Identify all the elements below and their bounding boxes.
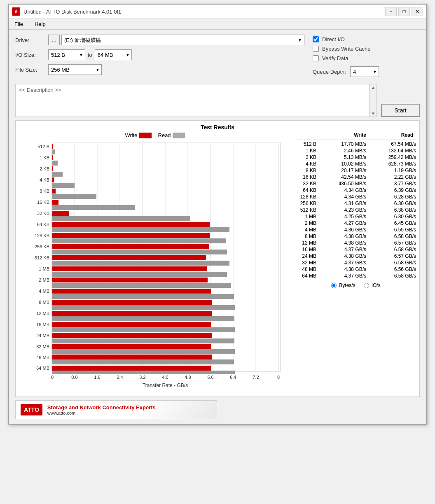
table-row: 48 MB 4.38 GB/s 6.56 GB/s [296,266,416,273]
svg-rect-25 [52,222,210,227]
svg-text:32 KB: 32 KB [37,211,49,216]
direct-io-label[interactable]: Direct I/O [322,36,345,42]
table-row: 64 KB 4.34 GB/s 6.39 GB/s [296,187,416,194]
file-size-select[interactable]: 256 MB [48,64,102,75]
read-legend-color [173,133,185,138]
iops-radio-group: IO/s [364,282,381,288]
col-header-size [299,132,319,138]
row-size: 512 B [296,141,316,147]
minimize-button[interactable]: − [385,7,397,16]
title-bar: A Untitled - ATTO Disk Benchmark 4.01.0f… [9,5,426,19]
svg-text:7.2: 7.2 [253,375,259,380]
row-size: 1 MB [296,214,316,219]
row-read: 6.58 GB/s [375,273,416,279]
svg-rect-35 [52,278,208,282]
start-button[interactable]: Start [381,104,420,117]
row-write: 436.50 MB/s [325,181,366,187]
svg-text:Transfer Rate - GB/s: Transfer Rate - GB/s [143,383,188,388]
form-left: Drive: ... (E:) 新增磁碟區 I/O Size: 512 [15,35,304,79]
svg-rect-49 [52,355,212,359]
main-window: A Untitled - ATTO Disk Benchmark 4.01.0f… [8,4,427,425]
row-size: 64 KB [296,187,316,193]
table-row: 128 KB 4.34 GB/s 6.28 GB/s [296,194,416,200]
io-from-wrapper: 512 B [48,49,85,60]
row-write: 4.34 GB/s [325,187,366,193]
svg-text:32 MB: 32 MB [36,344,49,349]
direct-io-checkbox[interactable] [313,36,319,42]
unit-row: Bytes/s IO/s [296,282,416,288]
svg-rect-26 [52,227,229,232]
row-write: 4.36 GB/s [325,227,366,233]
table-row: 1 KB 2.46 MB/s 132.64 MB/s [296,147,416,154]
svg-rect-32 [52,261,229,266]
row-read: 6.38 GB/s [375,207,416,213]
row-write: 4.38 GB/s [325,240,366,246]
svg-rect-39 [52,300,212,305]
row-size: 512 KB [296,207,316,213]
menu-bar: File Help [9,19,426,30]
row-write: 4.27 GB/s [325,220,366,226]
row-read: 6.58 GB/s [375,260,416,266]
row-size: 16 MB [296,247,316,252]
svg-text:4.0: 4.0 [162,375,168,380]
direct-io-row: Direct I/O [313,36,420,42]
iops-label[interactable]: IO/s [372,282,381,288]
chart-legend: Write Read [19,132,291,138]
read-legend-label: Read [158,132,171,138]
bytes-radio[interactable] [331,283,337,288]
row-read: 132.64 MB/s [375,148,416,154]
write-legend-label: Write [125,132,137,138]
svg-text:6.4: 6.4 [230,375,236,380]
bytes-label[interactable]: Bytes/s [339,282,355,288]
maximize-button[interactable]: □ [398,7,410,16]
scroll-up-arrow[interactable]: ▲ [371,85,375,90]
verify-data-label[interactable]: Verify Data [322,55,348,61]
svg-text:8 KB: 8 KB [40,189,49,194]
svg-rect-42 [52,316,234,321]
row-size: 32 MB [296,260,316,266]
row-read: 259.42 MB/s [375,154,416,160]
row-size: 32 KB [296,181,316,187]
table-row: 8 MB 4.38 GB/s 6.58 GB/s [296,233,416,240]
drive-select[interactable]: (E:) 新增磁碟區 [61,35,304,45]
row-size: 12 MB [296,240,316,246]
io-size-to-select[interactable]: 64 MB [95,49,132,60]
close-button[interactable]: ✕ [412,7,423,16]
queue-depth-select[interactable]: 4 [350,66,379,77]
svg-text:512 KB: 512 KB [35,255,49,260]
row-size: 24 MB [296,253,316,259]
verify-data-checkbox[interactable] [313,55,319,61]
table-row: 8 KB 20.17 MB/s 1.19 GB/s [296,167,416,174]
iops-radio[interactable] [364,283,369,288]
menu-file[interactable]: File [12,20,26,28]
menu-help[interactable]: Help [32,20,48,28]
svg-text:3.2: 3.2 [139,375,145,380]
main-content: Drive: ... (E:) 新增磁碟區 I/O Size: 512 [9,30,426,424]
io-size-from-select[interactable]: 512 B [48,49,85,60]
table-row: 24 MB 4.38 GB/s 6.57 GB/s [296,253,416,259]
row-write: 4.38 GB/s [325,266,366,272]
table-row: 16 KB 42.54 MB/s 2.22 GB/s [296,174,416,180]
scroll-down-arrow[interactable]: ▼ [371,111,375,116]
svg-text:1 MB: 1 MB [39,266,49,271]
svg-rect-44 [52,327,235,332]
description-text[interactable]: << Description >> [16,84,369,117]
legend-write: Write [125,132,151,138]
row-size: 2 MB [296,220,316,226]
svg-rect-29 [52,244,209,249]
svg-rect-51 [52,366,211,371]
atto-tagline: Storage and Network Connectivity Experts [47,404,156,411]
bypass-cache-checkbox[interactable] [313,46,319,52]
io-size-label: I/O Size: [15,52,48,58]
svg-text:0: 0 [51,375,54,380]
svg-rect-40 [52,305,235,310]
svg-rect-18 [52,183,75,188]
row-size: 256 KB [296,201,316,206]
bypass-cache-label[interactable]: Bypass Write Cache [322,46,371,52]
drive-browse-button[interactable]: ... [48,35,60,45]
table-row: 1 MB 4.25 GB/s 6.30 GB/s [296,213,416,220]
file-size-row: File Size: 256 MB [15,64,304,75]
bypass-cache-row: Bypass Write Cache [313,46,420,52]
row-write: 4.38 GB/s [325,253,366,259]
svg-rect-13 [52,155,53,160]
